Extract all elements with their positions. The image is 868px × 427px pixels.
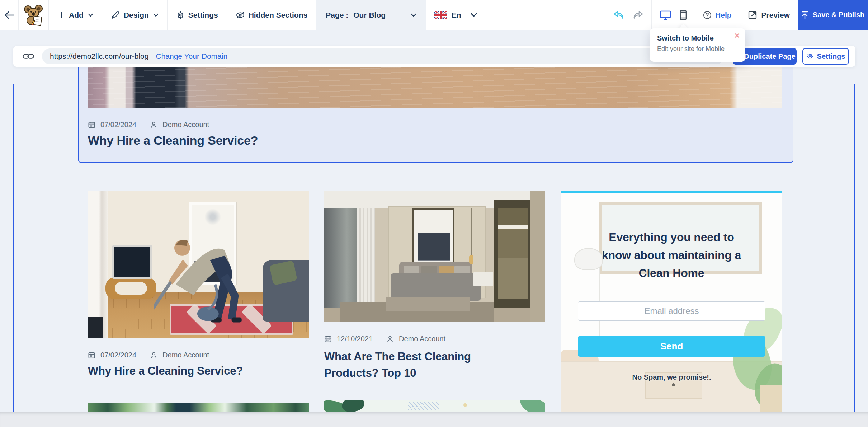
hidden-sections-label: Hidden Sections: [249, 11, 308, 19]
eye-off-icon: [236, 11, 245, 19]
canvas-bottom-gutter: [0, 412, 868, 427]
help-icon: [703, 11, 712, 19]
koala-icon: [23, 4, 44, 26]
design-button[interactable]: Design: [102, 0, 168, 30]
publish-icon: [801, 11, 808, 19]
tooltip-subtitle: Edit your site for Mobile: [657, 45, 738, 53]
subscribe-accent-bar: [561, 191, 782, 193]
add-button[interactable]: Add: [49, 0, 102, 30]
koala-logo[interactable]: [19, 0, 49, 30]
plus-icon: [57, 11, 65, 19]
design-label: Design: [124, 11, 149, 19]
save-publish-button[interactable]: Save & Publish: [798, 0, 868, 30]
next-post-image-partial[interactable]: [324, 400, 545, 412]
settings-label: Settings: [188, 11, 218, 19]
gear-icon: [176, 11, 185, 19]
hidden-sections-button[interactable]: Hidden Sections: [227, 0, 317, 30]
device-toggle-group: [651, 0, 695, 30]
page-value: Our Blog: [353, 11, 386, 19]
chevron-down-icon: [153, 13, 159, 17]
page-settings-label: Settings: [817, 52, 845, 61]
user-icon: [150, 351, 157, 359]
switch-to-mobile-tooltip: Switch to Mobile Edit your site for Mobi…: [650, 28, 745, 62]
no-spam-note: No Spam, we promise!.: [578, 373, 765, 381]
save-publish-label: Save & Publish: [813, 11, 865, 19]
flag-icon-uk: [434, 11, 447, 19]
url-pill: https://demo2llc.com/our-blog Change You…: [42, 48, 724, 64]
featured-post-author: Demo Account: [162, 121, 209, 129]
post-title[interactable]: What Are The Best Cleaning Products? Top…: [324, 348, 471, 381]
language-selector[interactable]: En: [426, 0, 486, 30]
desktop-icon[interactable]: [660, 10, 671, 20]
chevron-down-icon: [471, 13, 477, 17]
canvas-selection-border-left: [13, 84, 14, 427]
calendar-icon: [324, 335, 332, 343]
mobile-icon[interactable]: [680, 10, 687, 20]
language-value: En: [452, 11, 461, 19]
page-label: Page :: [326, 11, 348, 19]
next-post-image-partial[interactable]: [88, 403, 309, 412]
post-author: Demo Account: [162, 351, 209, 359]
calendar-icon: [88, 351, 95, 359]
duplicate-page-label: Duplicate Page: [744, 52, 795, 61]
toolbar-spacer: [486, 0, 605, 30]
email-input[interactable]: [578, 301, 765, 321]
chevron-down-icon: [411, 13, 416, 17]
featured-post-title[interactable]: Why Hire a Cleaning Service?: [88, 133, 258, 147]
close-icon[interactable]: ✕: [734, 32, 740, 40]
tooltip-title: Switch to Mobile: [657, 34, 738, 42]
user-icon: [150, 121, 157, 128]
preview-label: Preview: [761, 11, 790, 19]
post-meta: 12/10/2021 Demo Account: [324, 335, 445, 343]
site-editor: Add Design: [0, 0, 868, 427]
send-button[interactable]: Send: [578, 336, 765, 357]
subscribe-heading: Everything you need to know about mainta…: [568, 228, 775, 282]
page-selector[interactable]: Page : Our Blog: [316, 0, 426, 30]
user-icon: [386, 335, 394, 343]
featured-post-date: 07/02/2024: [100, 121, 136, 129]
external-link-icon: [748, 10, 757, 20]
featured-post-meta: 07/02/2024 Demo Account: [88, 121, 209, 129]
featured-post-image[interactable]: [88, 67, 782, 108]
redo-icon[interactable]: [633, 10, 643, 20]
post-date: 07/02/2024: [100, 351, 136, 359]
help-label: Help: [715, 11, 732, 19]
design-icon: [111, 10, 120, 20]
back-arrow-icon: [4, 11, 14, 19]
canvas-selection-border-right: [854, 84, 855, 427]
link-icon: [23, 53, 34, 60]
post-meta: 07/02/2024 Demo Account: [88, 351, 209, 359]
post-title[interactable]: Why Hire a Cleaning Service?: [88, 365, 243, 377]
post-image-vacuuming[interactable]: [88, 191, 309, 338]
help-button[interactable]: Help: [695, 0, 740, 30]
change-domain-link[interactable]: Change Your Domain: [156, 52, 227, 61]
editor-toolbar: Add Design: [0, 0, 868, 30]
history-group: [605, 0, 651, 30]
page-url: https://demo2llc.com/our-blog: [50, 52, 148, 61]
settings-button[interactable]: Settings: [168, 0, 227, 30]
page-settings-button[interactable]: Settings: [802, 48, 849, 65]
post-author: Demo Account: [399, 335, 445, 343]
post-date: 12/10/2021: [337, 335, 373, 343]
gear-icon: [806, 53, 813, 60]
preview-button[interactable]: Preview: [740, 0, 798, 30]
person-vacuuming-figure: [154, 220, 260, 330]
back-button[interactable]: [0, 0, 19, 30]
calendar-icon: [88, 121, 95, 128]
add-label: Add: [69, 11, 84, 19]
post-image-bedroom[interactable]: [324, 191, 545, 322]
undo-icon[interactable]: [613, 10, 624, 20]
chevron-down-icon: [88, 13, 93, 17]
